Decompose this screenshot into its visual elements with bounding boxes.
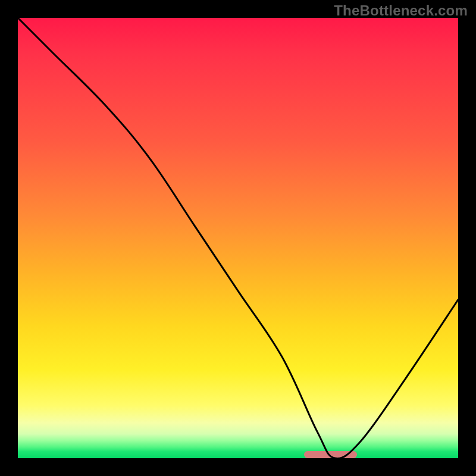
plot-area	[18, 18, 458, 458]
bottleneck-curve-line	[18, 18, 458, 458]
watermark-text: TheBottleneck.com	[334, 2, 468, 19]
chart-frame: TheBottleneck.com	[0, 0, 476, 476]
